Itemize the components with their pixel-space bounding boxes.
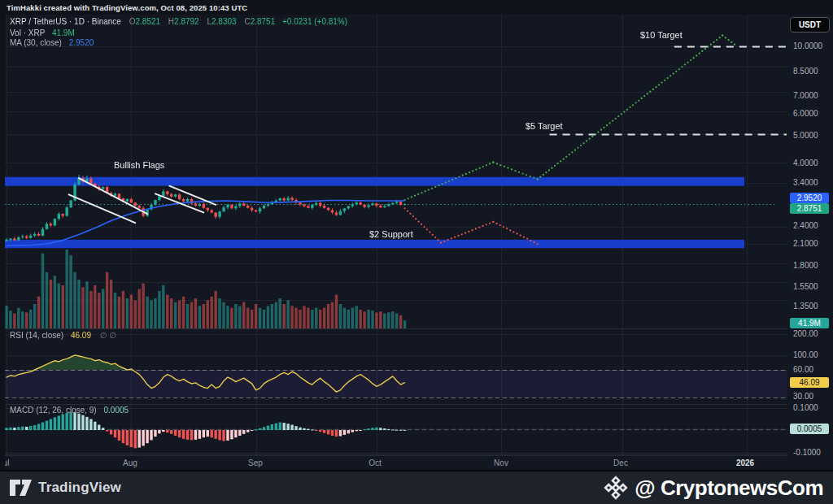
binance-diamond-icon <box>604 476 628 500</box>
price-axis-label: 200.00 <box>793 329 818 338</box>
close-value: 2.8751 <box>251 17 276 26</box>
price-axis-label: 10.0000 <box>793 41 822 50</box>
price-axis-label: 60.00 <box>793 365 813 374</box>
volume-legend-row: Vol · XRP 41.9M <box>10 28 75 37</box>
price-axis-label: 8.5000 <box>793 67 818 76</box>
price-axis-badge: 46.09 <box>790 377 829 388</box>
price-axis-label: 1.8000 <box>793 261 818 270</box>
price-axis-label: 4.0000 <box>793 159 818 167</box>
change-value: +0.0231 (+0.81%) <box>282 17 347 26</box>
price-axis-badge: 2.8751 <box>790 203 829 214</box>
cryptonews-credit: @ CryptonewsCom <box>604 476 823 501</box>
rsi-hidden-values-icon: ∅ ∅ <box>100 331 116 340</box>
close-label: C <box>244 17 250 26</box>
low-value: 2.8303 <box>212 17 237 26</box>
price-axis-label: 30.00 <box>793 392 813 401</box>
time-axis-label: Dec <box>613 458 628 467</box>
time-axis[interactable]: JulAugSepOctNovDec2026 <box>5 455 787 471</box>
macd-label[interactable]: MACD (12, 26, close, 9) <box>10 406 97 415</box>
macd-legend-row: MACD (12, 26, close, 9) 0.0005 <box>10 406 129 415</box>
price-axis-label: 5.0000 <box>793 131 818 140</box>
footer-bar: TradingView @ CryptonewsCom <box>0 470 833 504</box>
annotation-10-target: $10 Target <box>640 30 683 40</box>
price-axis-label: 1.5500 <box>793 282 818 291</box>
price-axis[interactable]: 10.00008.50007.00006.00005.00004.00003.4… <box>787 15 833 455</box>
price-axis-label: 3.4000 <box>793 178 818 187</box>
time-axis-label: Sep <box>248 458 263 467</box>
ma-legend-row: MA (30, close) 2.9520 <box>10 38 94 47</box>
attribution-text: TimHakki created with TradingView.com, O… <box>0 3 247 12</box>
price-axis-label: 2.4000 <box>793 221 818 230</box>
price-axis-badge: 41.9M <box>790 318 829 328</box>
macd-value: 0.0005 <box>104 406 129 415</box>
ma-label[interactable]: MA (30, close) <box>10 38 62 47</box>
volume-label[interactable]: Vol · XRP <box>10 28 45 37</box>
price-axis-badge: 0.0005 <box>790 424 829 434</box>
volume-value: 41.9M <box>52 28 75 37</box>
price-axis-label: -0.1000 <box>793 448 821 457</box>
rsi-legend-row: RSI (14, close) 46.09 ∅ ∅ <box>10 331 116 340</box>
price-axis-label: 2.1000 <box>793 239 818 248</box>
time-axis-label: Oct <box>369 458 382 467</box>
symbol-legend-row: XRP / TetherUS · 1D · Binance O2.8521 H2… <box>10 17 347 26</box>
credit-text: @ CryptonewsCom <box>635 476 823 501</box>
tradingview-brand[interactable]: TradingView <box>10 479 121 497</box>
price-axis-label: 100.00 <box>793 350 818 359</box>
ma-value: 2.9520 <box>69 38 94 47</box>
rsi-label[interactable]: RSI (14, close) <box>10 331 63 340</box>
price-axis-label: 0.1000 <box>793 403 818 412</box>
tradingview-brand-text: TradingView <box>38 480 121 496</box>
price-axis-label: 7.0000 <box>793 91 818 100</box>
left-margin-strip <box>0 15 5 470</box>
time-axis-label: Jul <box>5 458 9 467</box>
high-label: H <box>168 17 174 26</box>
open-value: 2.8521 <box>135 17 160 26</box>
attribution-bar: TimHakki created with TradingView.com, O… <box>0 0 833 15</box>
price-axis-badge: 2.9520 <box>790 193 829 203</box>
rsi-value: 46.09 <box>71 331 91 340</box>
annotation-5-target: $5 Target <box>526 121 563 131</box>
price-axis-label: 1.3500 <box>793 302 818 311</box>
time-axis-label: 2026 <box>736 458 754 467</box>
price-axis-label: 6.0000 <box>793 109 818 118</box>
symbol-title[interactable]: XRP / TetherUS · 1D · Binance <box>10 17 121 26</box>
tradingview-chart-export: TimHakki created with TradingView.com, O… <box>0 0 833 504</box>
time-axis-label: Nov <box>494 458 508 467</box>
annotation-bullish-flags: Bullish Flags <box>114 160 164 170</box>
time-axis-label: Aug <box>123 458 137 467</box>
tradingview-logo-icon <box>10 479 32 497</box>
high-value: 2.8792 <box>174 17 199 26</box>
annotation-2-support: $2 Support <box>369 229 413 239</box>
